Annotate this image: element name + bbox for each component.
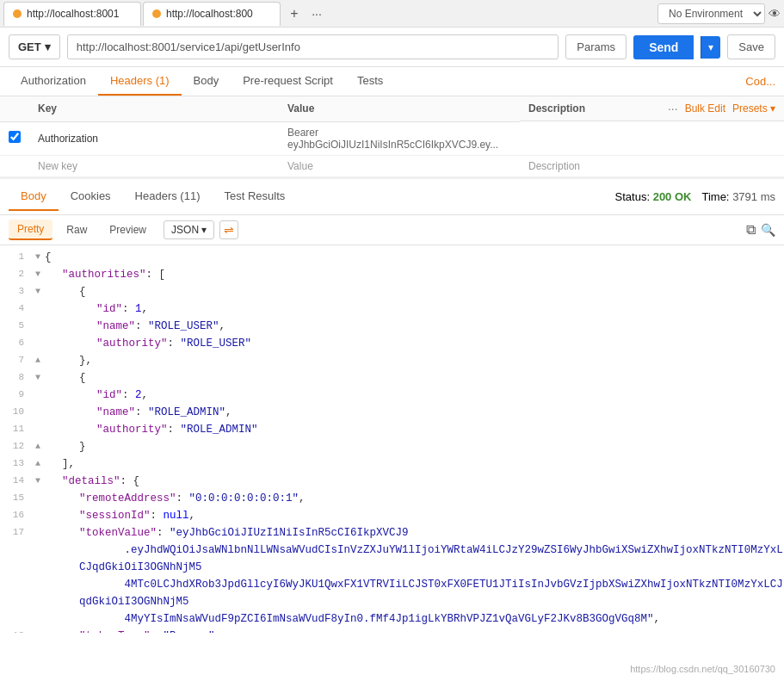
env-eye-button[interactable]: 👁	[769, 7, 781, 21]
request-bar: GET ▾ Params Send ▾ Save	[0, 28, 784, 67]
raw-button[interactable]: Raw	[58, 220, 96, 239]
tab-dot-1	[13, 9, 22, 18]
browser-tab-bar: http://localhost:8001 http://localhost:8…	[0, 0, 784, 28]
watermark: https://blog.csdn.net/qq_30160730	[630, 664, 775, 674]
resp-tab-headers[interactable]: Headers (11)	[123, 183, 213, 211]
json-content: "authority": "ROLE_USER"	[45, 335, 784, 352]
new-desc-placeholder: Description	[528, 160, 580, 172]
json-content: ],	[45, 455, 784, 473]
fold-button	[31, 507, 45, 509]
fold-button[interactable]: ▼	[31, 369, 45, 385]
json-line: 6"authority": "ROLE_USER"	[0, 335, 784, 352]
tab-tests[interactable]: Tests	[345, 67, 395, 96]
tab-1-label: http://localhost:8001	[27, 8, 119, 20]
line-number: 4	[0, 300, 31, 317]
fold-button[interactable]: ▲	[31, 455, 45, 471]
line-number: 14	[0, 473, 31, 489]
json-line: 13▲],	[0, 455, 784, 473]
json-line: 14▼"details": {	[0, 473, 784, 490]
json-content: "tokenValue": "eyJhbGciOiJIUzI1NiIsInR5c…	[45, 524, 784, 628]
add-tab-button[interactable]: +	[284, 3, 305, 24]
new-value-placeholder: Value	[287, 160, 313, 172]
resp-tab-cookies[interactable]: Cookies	[59, 183, 123, 211]
line-number: 17	[0, 524, 31, 541]
send-dropdown-button[interactable]: ▾	[701, 36, 720, 59]
json-line: 18"tokenType": "Bearer",	[0, 628, 784, 633]
th-value: Value	[279, 96, 520, 121]
preview-button[interactable]: Preview	[101, 220, 155, 239]
line-number: 2	[0, 266, 31, 282]
json-content: "tokenType": "Bearer",	[45, 628, 784, 633]
wrap-icon-button[interactable]: ⇌	[219, 220, 238, 239]
code-link[interactable]: Cod...	[745, 68, 775, 95]
fold-button[interactable]: ▼	[31, 473, 45, 488]
tab-body[interactable]: Body	[182, 67, 231, 96]
json-content: {	[45, 369, 784, 387]
fold-button	[31, 421, 45, 423]
tab-1[interactable]: http://localhost:8001	[3, 2, 141, 26]
fold-button	[31, 300, 45, 302]
response-section: Body Cookies Headers (11) Test Results S…	[0, 177, 784, 633]
copy-button[interactable]: ⧉	[746, 222, 756, 238]
header-checkbox-1[interactable]	[0, 121, 29, 155]
header-row-1: Authorization Bearer eyJhbGciOiJIUzI1NiI…	[0, 121, 784, 155]
more-tabs-button[interactable]: ···	[306, 3, 327, 24]
environment-select[interactable]: No Environment	[657, 3, 765, 24]
params-button[interactable]: Params	[565, 34, 627, 59]
tab-prerequest[interactable]: Pre-request Script	[231, 67, 345, 96]
headers-table: Key Value Description ··· Bulk Edit Pres…	[0, 96, 784, 177]
time-label: Time: 3791 ms	[701, 190, 775, 203]
json-viewer[interactable]: 1▼{2▼"authorities": [3▼{4"id": 1,5"name"…	[0, 245, 784, 633]
format-select[interactable]: JSON ▾	[164, 220, 214, 239]
response-tabs: Body Cookies Headers (11) Test Results	[9, 183, 297, 211]
resp-tab-body[interactable]: Body	[9, 183, 59, 211]
json-line: 1▼{	[0, 249, 784, 266]
tab-authorization[interactable]: Authorization	[9, 67, 98, 96]
header-enabled-checkbox[interactable]	[9, 131, 21, 143]
pretty-button[interactable]: Pretty	[9, 220, 52, 240]
tab-headers[interactable]: Headers (1)	[98, 67, 182, 96]
fold-button[interactable]: ▼	[31, 283, 45, 299]
line-number: 3	[0, 283, 31, 300]
status-value: 200 OK	[653, 190, 692, 203]
resp-tab-test-results[interactable]: Test Results	[212, 183, 297, 211]
json-line: 9"id": 2,	[0, 387, 784, 404]
line-number: 9	[0, 387, 31, 403]
line-number: 16	[0, 507, 31, 523]
tab-2-label: http://localhost:800	[166, 8, 253, 20]
bulk-edit-button[interactable]: Bulk Edit	[685, 102, 725, 115]
dots-button[interactable]: ···	[668, 102, 678, 115]
fold-button	[31, 490, 45, 492]
url-input[interactable]	[67, 34, 559, 59]
value-col-label: Value	[287, 102, 314, 115]
line-number: 1	[0, 249, 31, 265]
json-content: },	[45, 352, 784, 369]
fold-button[interactable]: ▼	[31, 266, 45, 282]
method-select[interactable]: GET ▾	[9, 34, 60, 59]
presets-button[interactable]: Presets ▾	[732, 102, 775, 115]
json-content: {	[45, 249, 784, 266]
json-line: 11"authority": "ROLE_ADMIN"	[0, 421, 784, 438]
fold-button	[31, 335, 45, 337]
status-label: Status: 200 OK	[615, 190, 692, 203]
time-value: 3791 ms	[732, 190, 775, 203]
send-button[interactable]: Send	[633, 35, 694, 59]
line-number: 12	[0, 438, 31, 455]
fold-button[interactable]: ▼	[31, 249, 45, 264]
environment-bar: No Environment 👁	[657, 3, 781, 24]
tab-2[interactable]: http://localhost:800	[143, 2, 281, 26]
line-number: 15	[0, 490, 31, 506]
json-line: 4"id": 1,	[0, 300, 784, 318]
fold-button[interactable]: ▲	[31, 352, 45, 368]
method-label: GET	[18, 40, 41, 53]
save-button[interactable]: Save	[727, 34, 775, 59]
line-number: 18	[0, 628, 31, 633]
header-key-1: Authorization	[29, 121, 279, 155]
json-content: {	[45, 283, 784, 300]
response-status-bar: Status: 200 OK Time: 3791 ms	[615, 190, 775, 203]
json-content: "sessionId": null,	[45, 507, 784, 524]
search-button[interactable]: 🔍	[761, 223, 775, 237]
fold-button	[31, 387, 45, 388]
json-line: 5"name": "ROLE_USER",	[0, 318, 784, 335]
fold-button[interactable]: ▲	[31, 438, 45, 454]
